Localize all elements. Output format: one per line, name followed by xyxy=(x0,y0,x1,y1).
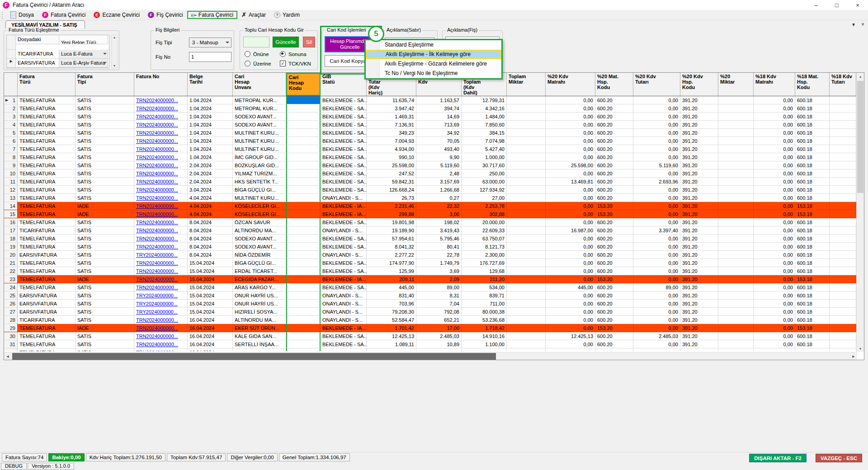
context-menu-item-tc-no-vergi-no[interactable]: Tc No / Vergi No ile Eşleştirme xyxy=(366,69,501,78)
cell-genel-toplam-kdv-dahil[interactable]: 839,71 xyxy=(462,291,507,300)
cell-mat20-hsp-kodu[interactable]: 600.20 xyxy=(595,340,633,348)
cell-row-header[interactable]: 9 xyxy=(4,161,18,169)
cell-kdv18-matrahi[interactable]: 0,00 xyxy=(754,300,795,308)
menubar-item-eczane-cevirici[interactable]: EEczane Çevirici xyxy=(90,11,144,19)
cell-mat20-hsp-kodu[interactable]: 600.20 xyxy=(595,161,633,169)
cell-mat20-hsp-kodu[interactable]: 600.20 xyxy=(595,291,633,300)
cell-row-header[interactable]: 3 xyxy=(4,113,18,121)
invoice-number-link[interactable]: TRN2024000000... xyxy=(136,260,178,266)
cell-toplam-kdv[interactable]: 34,92 xyxy=(416,129,462,137)
table-row[interactable]: 28TICARIFATURASATISTRN2024000000...16.04… xyxy=(4,316,856,324)
cell-miktar20[interactable] xyxy=(718,153,754,161)
cell-belge-tarihi[interactable]: 16.04.2024 xyxy=(188,324,233,332)
column-header-kdv20-tutari[interactable]: %20 Kdv Tutarı xyxy=(633,73,680,96)
cell-fatura-turu[interactable]: TEMELFATURA xyxy=(18,283,75,291)
cell-toplam-tutar-kdv-haric[interactable]: 2.231,46 xyxy=(367,202,416,210)
cell-miktar20[interactable] xyxy=(718,235,754,243)
cell-fatura-no[interactable]: TRN2024000000... xyxy=(134,113,188,121)
cell-mat20-hsp-kodu[interactable]: 600.20 xyxy=(595,283,633,291)
invoice-number-link[interactable]: TRN2024000000... xyxy=(136,350,178,351)
column-header-kdv18-tutari[interactable]: %18 Kdv Tutarı xyxy=(830,73,856,96)
cell-gib-statu[interactable]: BEKLEMEDE - SA... xyxy=(321,340,367,348)
cell-cari-hesap-kodu[interactable] xyxy=(286,121,321,129)
cell-kdv20-tutari[interactable]: 0,00 xyxy=(633,186,680,194)
cell-kdv18-matrahi[interactable]: 0,00 xyxy=(754,186,795,194)
table-row[interactable]: 4TEMELFATURASATISTRN2024000000...1.04.20… xyxy=(4,121,856,129)
cell-toplam-tutar-kdv-haric[interactable]: 349,23 xyxy=(367,129,416,137)
cell-fatura-tipi[interactable]: SATIS xyxy=(75,243,134,251)
cell-toplam-kdv[interactable]: 80,41 xyxy=(416,243,462,251)
cell-kdv20-tutari[interactable]: 2.693,96 xyxy=(633,178,680,186)
cell-toplam-miktar[interactable] xyxy=(507,186,546,194)
table-row[interactable]: 14TEMELFATURAIADETRN2024000000...4.04.20… xyxy=(4,202,856,210)
cell-mat18-hsp-kodu[interactable]: 600.18 xyxy=(795,178,830,186)
cell-kdv20-matrahi[interactable]: 0,00 xyxy=(546,121,595,129)
cell-kdv20-hsp-kodu[interactable]: 391.20 xyxy=(680,332,718,340)
menubar-item-e-fatura-cevirici[interactable]: ℮-Fatura Çevirici xyxy=(187,11,237,19)
horizontal-scrollbar-thumb[interactable] xyxy=(12,353,496,360)
cell-fatura-tipi[interactable]: SATIS xyxy=(75,129,134,137)
cell-fatura-tipi[interactable]: SATIS xyxy=(75,348,134,351)
cell-mat20-hsp-kodu[interactable]: 600.20 xyxy=(595,300,633,308)
cell-toplam-kdv[interactable]: 2.485,03 xyxy=(416,332,462,340)
cell-kdv20-matrahi[interactable]: 0,00 xyxy=(546,218,595,226)
cell-kdv20-hsp-kodu[interactable]: 391.20 xyxy=(680,226,718,235)
cell-kdv18-tutari[interactable] xyxy=(830,210,856,218)
cell-kdv20-tutari[interactable]: 0,00 xyxy=(633,145,680,153)
cell-belge-tarihi[interactable]: 2.04.2024 xyxy=(188,178,233,186)
cell-kdv20-tutari[interactable]: 0,00 xyxy=(633,96,680,104)
cell-kdv20-matrahi[interactable]: 0,00 xyxy=(546,308,595,316)
cell-mat18-hsp-kodu[interactable]: 600.18 xyxy=(795,194,830,202)
cell-fatura-tipi[interactable]: SATIS xyxy=(75,121,134,129)
vertical-scrollbar[interactable]: ▲ ▼ xyxy=(856,73,864,352)
invoice-number-link[interactable]: TRY2024000000... xyxy=(136,293,178,298)
cell-toplam-kdv[interactable]: 5.119,60 xyxy=(416,161,462,169)
cell-fatura-tipi[interactable]: SATIS xyxy=(75,161,134,169)
cell-cari-hesap-kodu[interactable] xyxy=(286,332,321,340)
cell-mat20-hsp-kodu[interactable]: 600.20 xyxy=(595,104,633,113)
cell-fatura-tipi[interactable]: SATIS xyxy=(75,153,134,161)
cell-row-header[interactable]: 31 xyxy=(4,340,18,348)
table-row[interactable]: 16TEMELFATURASATISTRN2024000000...8.04.2… xyxy=(4,218,856,226)
cell-kdv20-matrahi[interactable]: 25.598,00 xyxy=(546,161,595,169)
cell-mat20-hsp-kodu[interactable]: 600.20 xyxy=(595,332,633,340)
cell-fatura-turu[interactable]: TEMELFATURA xyxy=(18,96,75,104)
invoice-number-link[interactable]: TRN2024000000... xyxy=(136,195,178,201)
cell-toplam-miktar[interactable] xyxy=(507,308,546,316)
cell-kdv18-matrahi[interactable]: 0,00 xyxy=(754,283,795,291)
cell-mat18-hsp-kodu[interactable]: 600.18 xyxy=(795,235,830,243)
cell-toplam-tutar-kdv-haric[interactable] xyxy=(367,348,416,351)
cell-kdv18-tutari[interactable] xyxy=(830,226,856,235)
cell-fatura-no[interactable]: TRN2024000000... xyxy=(134,283,188,291)
cell-row-header[interactable]: 2 xyxy=(4,104,18,113)
cell-genel-toplam-kdv-dahil[interactable]: 129,68 xyxy=(462,267,507,275)
cell-belge-tarihi[interactable]: 15.04.2024 xyxy=(188,275,233,283)
cell-kdv18-tutari[interactable] xyxy=(830,283,856,291)
cell-toplam-tutar-kdv-haric[interactable]: 11.635,74 xyxy=(367,96,416,104)
cell-toplam-miktar[interactable] xyxy=(507,283,546,291)
cell-toplam-miktar[interactable] xyxy=(507,218,546,226)
cell-genel-toplam-kdv-dahil[interactable]: 176.727,69 xyxy=(462,259,507,267)
cell-genel-toplam-kdv-dahil[interactable]: 30.717,60 xyxy=(462,161,507,169)
cell-kdv20-tutari[interactable]: 0,00 xyxy=(633,324,680,332)
cell-kdv18-tutari[interactable] xyxy=(830,340,856,348)
cell-mat18-hsp-kodu[interactable]: 600.18 xyxy=(795,104,830,113)
cell-fatura-tipi[interactable]: SATIS xyxy=(75,178,134,186)
cell-miktar20[interactable] xyxy=(718,210,754,218)
cell-toplam-tutar-kdv-haric[interactable]: 247,52 xyxy=(367,169,416,178)
cell-kdv18-matrahi[interactable]: 0,00 xyxy=(754,316,795,324)
cell-kdv18-matrahi[interactable]: 0,00 xyxy=(754,259,795,267)
cell-miktar20[interactable] xyxy=(718,251,754,259)
cell-gib-statu[interactable]: BEKLEMEDE - IA... xyxy=(321,202,367,210)
cell-kdv20-matrahi[interactable]: 0,00 xyxy=(546,235,595,243)
cell-kdv20-matrahi[interactable]: 0,00 xyxy=(546,129,595,137)
cell-fatura-tipi[interactable]: SATIS xyxy=(75,283,134,291)
cell-gib-statu[interactable]: BEKLEMEDE - IA... xyxy=(321,210,367,218)
invoice-number-link[interactable]: TRN2024000000... xyxy=(136,268,178,274)
cell-kdv20-hsp-kodu[interactable] xyxy=(680,348,718,351)
cell-miktar20[interactable] xyxy=(718,129,754,137)
cell-cari-hesap-unvani[interactable]: BOZKUŞLAR GID... xyxy=(233,161,286,169)
cell-toplam-kdv[interactable]: 7,04 xyxy=(416,300,462,308)
cell-toplam-miktar[interactable] xyxy=(507,178,546,186)
cell-kdv20-tutari[interactable]: 0,00 xyxy=(633,194,680,202)
